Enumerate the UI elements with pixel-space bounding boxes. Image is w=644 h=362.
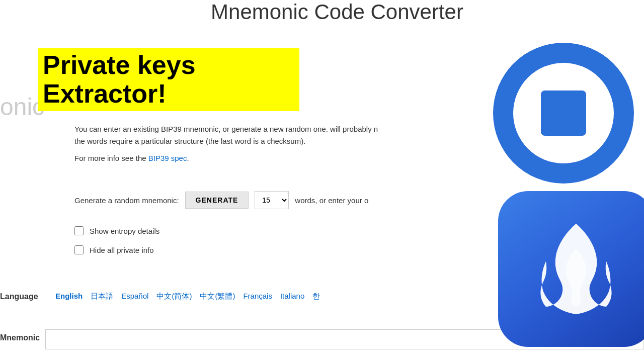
generate-section: Generate a random mnemonic: GENERATE 3 6… (74, 191, 368, 209)
flame-icon (498, 191, 644, 347)
entropy-checkbox-label[interactable]: Show entropy details (74, 226, 159, 235)
lang-chinese-traditional[interactable]: 中文(繁體) (200, 292, 235, 301)
page-title: Mnemonic Code Converter (0, 0, 644, 24)
lang-english[interactable]: English (55, 292, 83, 301)
lang-korean[interactable]: 한 (312, 292, 320, 301)
generate-label: Generate a random mnemonic: (74, 196, 179, 205)
mnemonic-label: Mnemonic (0, 329, 45, 342)
stop-icon-ring (513, 63, 614, 163)
language-label: Language (0, 292, 45, 301)
desc-line3: For more info see the (74, 154, 148, 162)
hide-private-checkbox[interactable] (74, 245, 84, 254)
word-count-select[interactable]: 3 6 9 12 15 18 21 24 (255, 191, 289, 209)
hide-private-label: Hide all private info (90, 246, 154, 254)
hide-private-checkbox-label[interactable]: Hide all private info (74, 245, 159, 254)
promo-banner: Private keys Extractor! (38, 48, 299, 111)
desc-line1b: will probably n (330, 125, 378, 133)
generate-button[interactable]: GENERATE (185, 192, 249, 209)
flame-svg (536, 219, 616, 319)
checkbox-section: Show entropy details Hide all private in… (74, 226, 159, 254)
description-text: You can enter an existing BIP39 mnemonic… (74, 123, 378, 164)
desc-line1: You can enter an existing BIP39 mnemonic… (74, 125, 328, 133)
lang-japanese[interactable]: 日本語 (91, 292, 113, 301)
language-links: English 日本語 Español 中文(简体) 中文(繁體) França… (55, 292, 320, 301)
stop-icon-square (541, 90, 586, 136)
lang-chinese-simplified[interactable]: 中文(简体) (156, 292, 192, 301)
lang-french[interactable]: Français (243, 292, 272, 301)
lang-italian[interactable]: Italiano (280, 292, 304, 301)
banner-line2: Extractor! (43, 79, 294, 108)
entropy-checkbox[interactable] (74, 226, 84, 235)
banner-line1: Private keys (43, 51, 294, 79)
desc-line2: the words require a particular structure… (74, 137, 305, 145)
entropy-label: Show entropy details (90, 227, 159, 235)
desc-period: . (187, 154, 189, 162)
stop-icon (493, 43, 634, 184)
enter-text-suffix: words, or enter your o (295, 196, 368, 205)
bip39-link[interactable]: BIP39 spec (148, 154, 187, 162)
lang-spanish[interactable]: Español (121, 292, 148, 301)
language-section: Language English 日本語 Español 中文(简体) 中文(繁… (0, 292, 320, 301)
